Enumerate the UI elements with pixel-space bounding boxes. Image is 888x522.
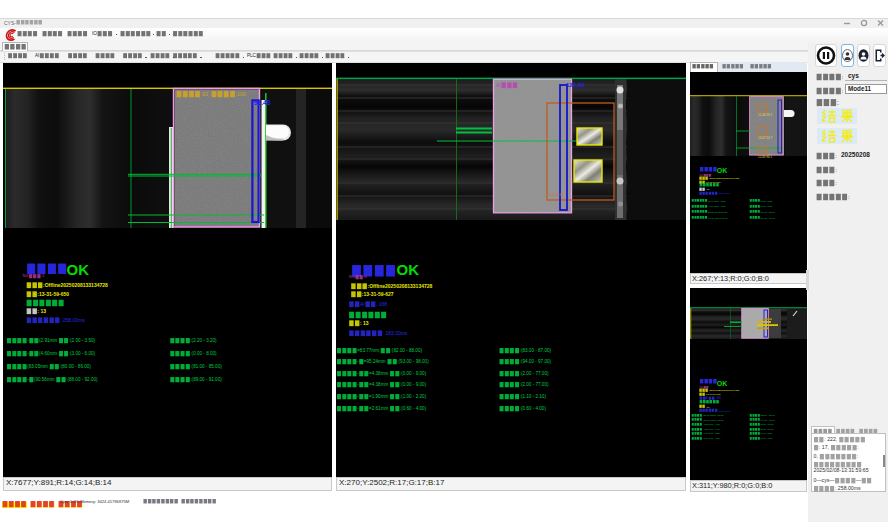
svg-text:12.44 39.1: 12.44 39.1: [758, 113, 773, 117]
svg-text:13.07 53.7: 13.07 53.7: [758, 136, 773, 140]
svg-text:12.83 96.1: 12.83 96.1: [758, 155, 773, 159]
